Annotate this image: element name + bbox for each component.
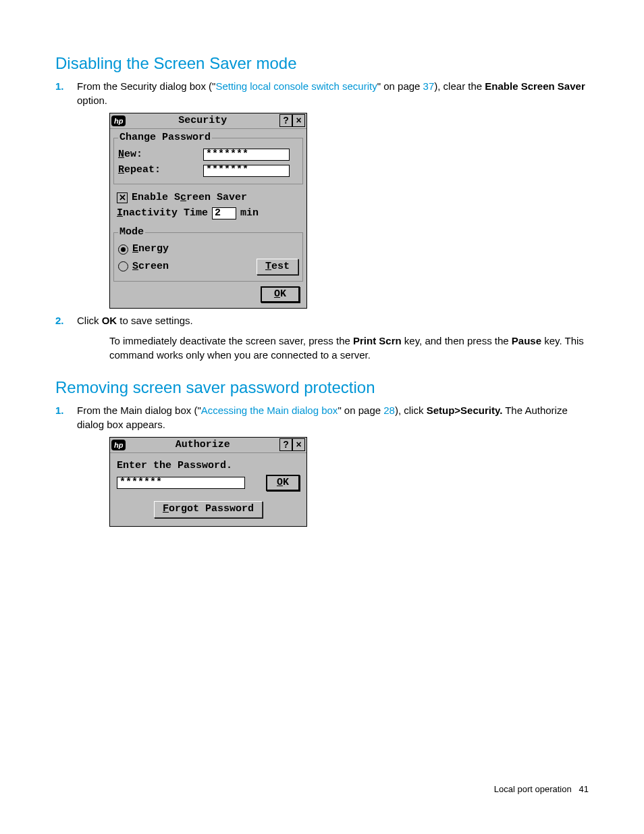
step-text: Click OK to save settings. <box>77 314 193 328</box>
repeat-password-label: Repeat: <box>118 163 199 177</box>
help-icon[interactable]: ? <box>279 114 292 127</box>
link-main-dialog[interactable]: Accessing the Main dialog box <box>201 405 338 416</box>
step-text: From the Main dialog box ("Accessing the… <box>77 404 589 432</box>
inactivity-time-label: Inactivity Time <box>117 207 208 220</box>
enable-screensaver-label: Enable Screen Saver <box>132 191 247 205</box>
paragraph-deactivate: To immediately deactivate the screen sav… <box>109 334 589 362</box>
step-number: 1. <box>55 404 65 432</box>
step-1b: 1. From the Main dialog box ("Accessing … <box>55 404 589 432</box>
ok-button[interactable]: OK <box>261 286 300 303</box>
link-setting-security[interactable]: Setting local console switch security <box>215 80 377 92</box>
energy-radio[interactable] <box>118 244 128 255</box>
inactivity-time-input[interactable]: 2 <box>212 207 236 219</box>
group-legend: Change Password <box>118 131 212 145</box>
forgot-password-button[interactable]: Forgot Password <box>154 501 263 517</box>
inactivity-unit: min <box>240 207 259 220</box>
enter-password-label: Enter the Password. <box>117 459 300 473</box>
hp-logo-icon: hp <box>111 440 126 450</box>
step-text: From the Security dialog box ("Setting l… <box>77 80 589 107</box>
titlebar: hp Security ? × <box>110 113 306 129</box>
new-password-label: New: <box>118 148 199 161</box>
mode-legend: Mode <box>118 226 145 239</box>
step-number: 1. <box>55 80 65 107</box>
change-password-group: Change Password New: ******* Repeat: ***… <box>113 131 303 184</box>
energy-label: Energy <box>132 242 169 256</box>
enable-screensaver-row: ✕ Enable Screen Saver <box>117 191 300 205</box>
close-icon[interactable]: × <box>292 438 305 451</box>
dialog-title: Security <box>126 114 279 128</box>
link-page-28[interactable]: 28 <box>383 405 395 416</box>
close-icon[interactable]: × <box>292 114 305 127</box>
password-input[interactable]: ******* <box>117 477 245 489</box>
security-dialog: hp Security ? × Change Password New: ***… <box>109 113 307 309</box>
titlebar: hp Authorize ? × <box>110 438 306 453</box>
repeat-password-input[interactable]: ******* <box>203 165 290 177</box>
ok-button[interactable]: OK <box>266 475 300 491</box>
new-password-input[interactable]: ******* <box>203 149 290 161</box>
heading-remove-password: Removing screen saver password protectio… <box>55 377 589 398</box>
page-footer: Local port operation 41 <box>55 783 589 796</box>
heading-disable-screensaver: Disabling the Screen Saver mode <box>55 53 589 74</box>
help-icon[interactable]: ? <box>279 438 292 451</box>
hp-logo-icon: hp <box>111 115 126 126</box>
authorize-dialog: hp Authorize ? × Enter the Password. ***… <box>109 437 307 527</box>
step-1: 1. From the Security dialog box ("Settin… <box>55 80 589 107</box>
enable-screensaver-checkbox[interactable]: ✕ <box>117 192 128 203</box>
screen-radio[interactable] <box>118 261 128 271</box>
dialog-title: Authorize <box>126 438 279 452</box>
link-page-37[interactable]: 37 <box>423 80 435 92</box>
test-button[interactable]: Test <box>257 259 298 275</box>
screen-label: Screen <box>132 260 169 273</box>
mode-group: Mode Energy Screen Test <box>113 226 303 282</box>
step-2: 2. Click OK to save settings. <box>55 314 589 328</box>
step-number: 2. <box>55 314 65 328</box>
